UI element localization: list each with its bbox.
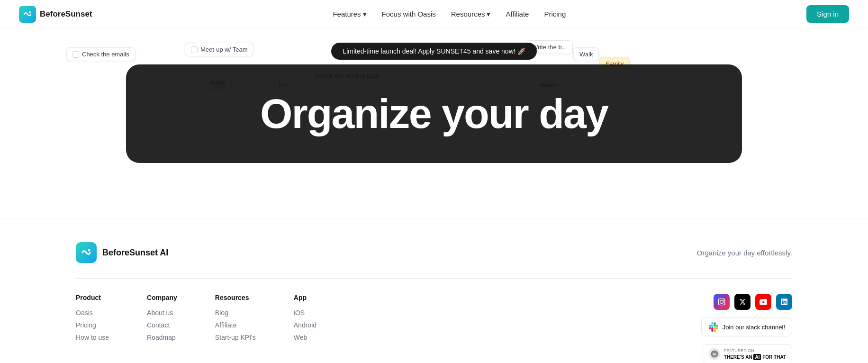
footer-link-startup-kpis[interactable]: Start-up KPI's (215, 334, 256, 341)
ai-badge[interactable]: AI FEATURED ON THERE'S AN AI FOR THAT (703, 344, 792, 363)
nav-features[interactable]: Features ▾ (333, 10, 366, 18)
signin-button[interactable]: Sign in (806, 5, 849, 23)
footer-brand: BeforeSunset AI (76, 242, 168, 263)
footer-link-how-to-use[interactable]: How to use (76, 334, 109, 341)
footer-company-heading: Company (147, 294, 177, 301)
svg-point-4 (723, 299, 724, 300)
footer-columns: Product Oasis Pricing How to use Company… (76, 294, 316, 363)
ai-badge-text: FEATURED ON THERE'S AN AI FOR THAT (724, 348, 786, 360)
nav-resources[interactable]: Resources ▾ (451, 10, 491, 18)
nav-affiliate[interactable]: Affiliate (506, 10, 529, 18)
svg-text:AI: AI (713, 352, 716, 356)
footer-link-about[interactable]: About us (147, 309, 177, 317)
hero-section: Check the emails Meet-up w/ Team Notifs … (0, 28, 868, 190)
footer-resources-heading: Resources (215, 294, 256, 301)
hero-title: Organize your day (260, 93, 608, 135)
card-walk: Walk (573, 47, 599, 61)
svg-point-3 (720, 300, 723, 304)
youtube-icon[interactable] (755, 294, 771, 310)
footer-tagline: Organize your day effortlessly. (697, 249, 792, 257)
footer-link-pricing[interactable]: Pricing (76, 321, 109, 329)
card-meetup: Meet-up w/ Team (185, 43, 253, 56)
footer-col-company: Company About us Contact Roadmap (147, 294, 177, 363)
footer-link-affiliate[interactable]: Affiliate (215, 321, 256, 329)
chevron-down-icon: ▾ (363, 10, 367, 18)
footer-link-oasis[interactable]: Oasis (76, 309, 109, 317)
footer-col-app: App iOS Android Web (294, 294, 316, 363)
logo-icon (19, 6, 36, 23)
main-nav: BeforeSunset Features ▾ Focus with Oasis… (0, 0, 868, 28)
svg-point-0 (29, 11, 31, 13)
nav-pricing[interactable]: Pricing (544, 10, 566, 18)
twitter-icon[interactable] (734, 294, 750, 310)
footer-brand-name: BeforeSunset AI (102, 248, 168, 258)
footer-link-android[interactable]: Android (294, 321, 316, 329)
nav-links: Features ▾ Focus with Oasis Resources ▾ … (333, 10, 566, 18)
footer-top: BeforeSunset AI Organize your day effort… (76, 242, 792, 263)
nav-focus[interactable]: Focus with Oasis (382, 10, 436, 18)
footer-link-contact[interactable]: Contact (147, 321, 177, 329)
chevron-down-icon: ▾ (487, 10, 490, 18)
footer-right: Join our slack channel! AI FEATURED ON T… (701, 294, 792, 363)
linkedin-icon[interactable] (776, 294, 792, 310)
footer-divider (76, 278, 792, 279)
footer-app-heading: App (294, 294, 316, 301)
footer-link-ios[interactable]: iOS (294, 309, 316, 317)
social-icons (714, 294, 792, 310)
svg-rect-2 (718, 299, 724, 305)
footer-logo-icon (76, 242, 97, 263)
logo-text: BeforeSunset (40, 9, 92, 19)
footer-col-resources: Resources Blog Affiliate Start-up KPI's (215, 294, 256, 363)
svg-point-1 (88, 249, 90, 252)
footer-link-web[interactable]: Web (294, 334, 316, 341)
footer-link-blog[interactable]: Blog (215, 309, 256, 317)
instagram-icon[interactable] (714, 294, 730, 310)
footer-product-heading: Product (76, 294, 109, 301)
card-check-emails: Check the emails (66, 47, 136, 61)
site-footer: BeforeSunset AI Organize your day effort… (0, 218, 868, 363)
footer-link-roadmap[interactable]: Roadmap (147, 334, 177, 341)
footer-col-product: Product Oasis Pricing How to use (76, 294, 109, 363)
hero-dark-box: Organize your day (126, 64, 742, 163)
slack-badge[interactable]: Join our slack channel! (701, 318, 792, 336)
promo-banner[interactable]: Limited-time launch deal! Apply SUNSET45… (331, 43, 536, 60)
ai-badge-icon: AI (709, 348, 720, 360)
logo-link[interactable]: BeforeSunset (19, 6, 92, 23)
